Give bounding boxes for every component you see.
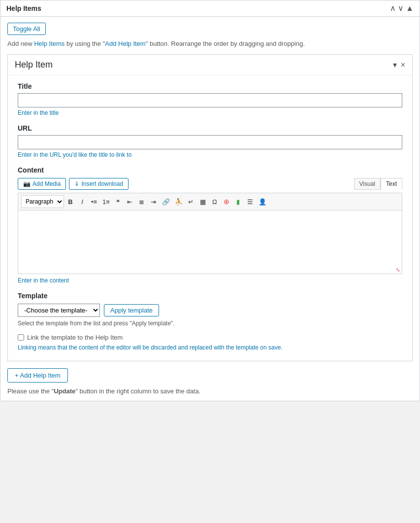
help-item-close-icon[interactable]: × bbox=[401, 61, 405, 70]
info-text: Add new Help Items by using the "Add Hel… bbox=[7, 40, 413, 47]
align-center-button[interactable]: ≣ bbox=[136, 195, 147, 208]
align-right-button[interactable]: ⇥ bbox=[148, 195, 159, 208]
italic-button[interactable]: I bbox=[77, 195, 88, 208]
person-icon: 👤 bbox=[258, 198, 266, 206]
align-left-icon: ⇤ bbox=[127, 198, 132, 206]
color-button[interactable]: ▮ bbox=[233, 195, 244, 208]
info-middle: by using the " bbox=[65, 40, 105, 47]
ul-icon: •≡ bbox=[91, 198, 97, 206]
help-item-header-controls: ▾ × bbox=[393, 60, 405, 70]
unordered-list-button[interactable]: •≡ bbox=[89, 195, 99, 208]
help-item-collapse-icon[interactable]: ▾ bbox=[393, 60, 397, 70]
download-icon: ⇓ bbox=[74, 180, 79, 187]
linking-hint: Linking means that the content of the ed… bbox=[18, 344, 402, 351]
bold-icon: B bbox=[68, 198, 72, 206]
info-prefix: Add new bbox=[7, 40, 34, 47]
template-select[interactable]: -Choose the template- bbox=[18, 304, 100, 317]
more-icon: ↵ bbox=[188, 198, 194, 206]
footer-hint: Please use the "Update" button in the ri… bbox=[7, 387, 413, 395]
grid-icon: ⊕ bbox=[224, 198, 229, 206]
footer-text-suffix: " button in the right column to save the… bbox=[75, 387, 200, 395]
blockquote-button[interactable]: ❝ bbox=[113, 195, 124, 208]
title-label: Title bbox=[18, 82, 402, 90]
person-button[interactable]: 👤 bbox=[257, 195, 268, 208]
help-item-title: Help Item bbox=[15, 60, 53, 70]
bold-button[interactable]: B bbox=[65, 195, 76, 208]
align-center-icon: ≣ bbox=[139, 198, 144, 206]
template-label: Template bbox=[18, 292, 402, 300]
align-right-icon: ⇥ bbox=[151, 198, 156, 206]
widget-title: Help Items bbox=[6, 4, 41, 12]
content-label: Content bbox=[18, 166, 402, 174]
editor-area[interactable]: ⤡ bbox=[18, 210, 402, 274]
grid-button[interactable]: ⊕ bbox=[221, 195, 232, 208]
italic-icon: I bbox=[81, 198, 83, 206]
paragraph-select[interactable]: Paragraph Heading 1 Heading 2 Heading 3 bbox=[21, 195, 64, 208]
content-field-group: Content 📷 Add Media ⇓ Insert download bbox=[18, 166, 402, 284]
insert-download-label: Insert download bbox=[81, 180, 123, 187]
footer-text-prefix: Please use the " bbox=[7, 387, 54, 395]
ordered-list-button[interactable]: 1≡ bbox=[100, 195, 112, 208]
title-input[interactable] bbox=[18, 93, 402, 107]
add-media-label: Add Media bbox=[32, 180, 61, 187]
list2-button[interactable]: ☰ bbox=[245, 195, 256, 208]
widget-collapse-icon[interactable]: ▲ bbox=[406, 4, 414, 12]
link-icon: 🔗 bbox=[162, 198, 170, 206]
url-input[interactable] bbox=[18, 135, 402, 149]
editor-resize-handle[interactable]: ⤡ bbox=[396, 268, 401, 273]
checkbox-row: Link the template to the Help Item bbox=[18, 334, 402, 341]
url-field-group: URL Enter in the URL you'd like the titl… bbox=[18, 124, 402, 158]
help-items-link[interactable]: Help Items bbox=[34, 40, 65, 47]
visual-tab[interactable]: Visual bbox=[354, 178, 381, 190]
camera-icon: 📷 bbox=[23, 180, 31, 187]
blockquote-icon: ❝ bbox=[116, 198, 120, 206]
align-left-button[interactable]: ⇤ bbox=[125, 195, 135, 208]
template-row: -Choose the template- Apply template bbox=[18, 304, 402, 317]
text-tab[interactable]: Text bbox=[381, 178, 402, 190]
help-item-box: Help Item ▾ × Title Enter in the title U… bbox=[7, 54, 413, 361]
widget-header-controls: ∧ ∨ ▲ bbox=[390, 4, 414, 12]
help-item-header: Help Item ▾ × bbox=[8, 55, 412, 75]
unlink-button[interactable]: ⛹ bbox=[173, 195, 185, 208]
content-toolbar-top: 📷 Add Media ⇓ Insert download Visual Tex… bbox=[18, 178, 402, 190]
widget-up-icon[interactable]: ∧ bbox=[390, 4, 396, 12]
title-hint: Enter in the title bbox=[18, 109, 402, 116]
content-hint: Enter in the content bbox=[18, 277, 402, 284]
list2-icon: ☰ bbox=[247, 198, 253, 206]
widget-header: Help Items ∧ ∨ ▲ bbox=[0, 0, 420, 17]
help-items-widget: Help Items ∧ ∨ ▲ Toggle All Add new Help… bbox=[0, 0, 420, 523]
add-help-item-link[interactable]: Add Help Item bbox=[105, 40, 145, 47]
link-button[interactable]: 🔗 bbox=[160, 195, 172, 208]
link-template-checkbox[interactable] bbox=[18, 334, 24, 341]
insert-download-button[interactable]: ⇓ Insert download bbox=[69, 178, 129, 190]
apply-template-button[interactable]: Apply template bbox=[104, 304, 159, 316]
link-template-label[interactable]: Link the template to the Help Item bbox=[27, 334, 123, 341]
update-text: Update bbox=[54, 387, 75, 395]
special-chars-button[interactable]: Ω bbox=[209, 195, 220, 208]
special-chars-icon: Ω bbox=[212, 198, 217, 206]
add-media-button[interactable]: 📷 Add Media bbox=[18, 178, 66, 190]
content-toolbar-left: 📷 Add Media ⇓ Insert download bbox=[18, 178, 129, 190]
url-label: URL bbox=[18, 124, 402, 132]
help-item-content: Title Enter in the title URL Enter in th… bbox=[8, 75, 412, 361]
widget-body: Toggle All Add new Help Items by using t… bbox=[0, 17, 420, 401]
url-hint: Enter in the URL you'd like the title to… bbox=[18, 151, 402, 158]
add-help-item-button[interactable]: + Add Help Item bbox=[7, 368, 68, 383]
template-section: Template -Choose the template- Apply tem… bbox=[18, 292, 402, 351]
ol-icon: 1≡ bbox=[102, 198, 110, 206]
info-suffix: " button. Rearrange the order by draggin… bbox=[146, 40, 305, 47]
template-hint: Select the template from the list and pr… bbox=[18, 320, 402, 327]
more-button[interactable]: ↵ bbox=[186, 195, 196, 208]
unlink-icon: ⛹ bbox=[175, 198, 183, 206]
view-tabs: Visual Text bbox=[354, 178, 402, 190]
table-button[interactable]: ▦ bbox=[197, 195, 208, 208]
editor-toolbar: Paragraph Heading 1 Heading 2 Heading 3 … bbox=[18, 193, 402, 210]
widget-down-icon[interactable]: ∨ bbox=[398, 4, 404, 12]
toggle-all-button[interactable]: Toggle All bbox=[7, 23, 46, 35]
title-field-group: Title Enter in the title bbox=[18, 82, 402, 116]
table-icon: ▦ bbox=[200, 198, 206, 206]
color-icon: ▮ bbox=[236, 198, 240, 206]
